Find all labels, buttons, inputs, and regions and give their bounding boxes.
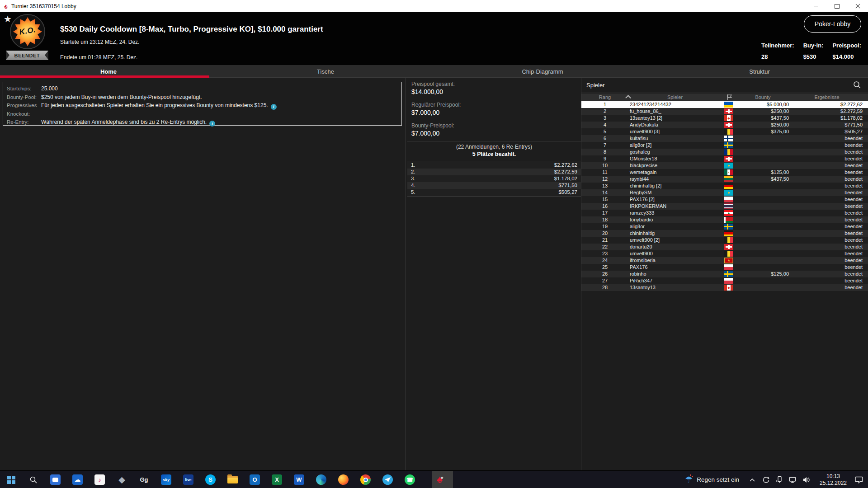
cell-result: beendet [791,264,863,271]
country-flag-sweden [724,224,733,230]
taskbar-button-sky-live[interactable]: live [177,471,199,488]
taskbar-button-word[interactable]: W [288,471,310,488]
table-row[interactable]: 27PiRich347beendet [581,277,868,284]
tab-tische[interactable]: Tische [217,65,434,78]
payout-place: 1. [411,162,415,169]
table-row[interactable]: 10blackprecise●beendet [581,162,868,169]
taskbar-button-chat-teams[interactable] [44,471,66,488]
table-row[interactable]: 1234241234214432$5.000,00$2.272,62 [581,101,868,108]
country-flag-belgium [724,129,733,135]
table-row[interactable]: 24ifromsiberia★beendet [581,257,868,264]
table-row[interactable]: 22donartu20beendet [581,244,868,250]
pokerstars-icon: ♠★ [437,474,448,486]
info-icon[interactable]: i [209,121,215,127]
taskbar-button-diamond-app[interactable]: ◆ [111,471,133,488]
search-icon[interactable] [853,80,862,89]
tab-struktur[interactable]: Struktur [651,65,868,78]
poker-lobby-button[interactable]: Poker-Lobby [804,15,861,33]
info-icon[interactable]: i [271,104,277,110]
table-row[interactable]: 20chininhaltigbeendet [581,230,868,237]
taskbar-pokerstars-active-app[interactable]: ♠★ [432,471,453,488]
taskbar-button-whatsapp[interactable]: ☎ [399,471,421,488]
cell-rank: 13 [581,183,628,189]
usb-device-icon[interactable] [774,471,785,488]
detail-text: $250 von jedem Buy-in werden dem Bounty-… [41,93,202,102]
cell-rank: 28 [581,284,628,291]
taskbar-button-file-explorer[interactable] [222,471,244,488]
table-row[interactable]: 13chininhaltig [2]beendet [581,183,868,189]
taskbar-button-onedrive[interactable]: ☁ [66,471,89,488]
cell-result: beendet [791,189,863,196]
table-row[interactable]: 25PAX176beendet [581,264,868,271]
column-header-rank[interactable]: Rang [581,94,628,101]
table-row[interactable]: 21umvelt900 [2]beendet [581,237,868,244]
minimize-button[interactable] [806,0,826,12]
table-row[interactable]: 4AndyDrakula$250,00$771,50 [581,122,868,128]
table-row[interactable]: 18tonybardiobeendet [581,216,868,223]
table-row[interactable]: 313santoy13 [2]◆$437,50$1.178,02 [581,115,868,122]
taskbar-button-outlook[interactable]: O [244,471,266,488]
action-center-icon[interactable] [854,471,864,488]
table-row[interactable]: 2fu_house_86_$250,00$2.272,59 [581,108,868,115]
tab-chip-diagramm[interactable]: Chip-Diagramm [434,65,651,78]
volume-icon[interactable] [801,471,812,488]
maximize-button[interactable] [826,0,847,12]
skype-icon: S [205,474,216,485]
table-row[interactable]: 9GMonster18beendet [581,155,868,162]
sync-icon[interactable] [760,471,771,488]
taskbar-button-search[interactable] [22,471,44,488]
table-row[interactable]: 17ramzey333▲beendet [581,210,868,216]
payout-amount: $1.178,02 [554,175,577,182]
favorite-star-icon[interactable]: ★ [4,14,12,24]
column-header-flag-icon[interactable] [724,94,734,100]
table-row[interactable]: 2813santoy13◆beendet [581,284,868,291]
edge-icon [316,474,326,485]
table-row[interactable]: 15PAX176 [2]beendet [581,196,868,203]
clock-time: 10:13 [817,473,849,480]
table-row[interactable]: 11wemetagain●$125,00beendet [581,169,868,176]
taskbar-button-skype[interactable]: S [199,471,222,488]
table-row[interactable]: 16IRKPOKERMANbeendet [581,203,868,210]
country-flag-canada: ◆ [724,115,733,121]
taskbar-app-icons: ☁♪◆GgskyliveSOXW☎ [0,471,421,488]
knockout-logo: K.O. [10,14,45,49]
hidden-icons-chevron[interactable] [747,471,758,488]
taskbar-button-chrome[interactable] [354,471,377,488]
cell-bounty: $5.000,00 [737,101,789,108]
table-row[interactable]: 26robinho$125,00beendet [581,271,868,277]
cell-player-name: ramzey333 [630,210,720,216]
table-row[interactable]: 14RegbySM●beendet [581,189,868,196]
taskbar-button-edge[interactable] [310,471,332,488]
close-button[interactable] [847,0,868,12]
payout-row: 4.$771,50 [407,182,581,189]
taskbar-button-sky[interactable]: sky [155,471,177,488]
taskbar-button-telegram[interactable] [377,471,399,488]
players-table-body: 1234241234214432$5.000,00$2.272,622fu_ho… [581,101,868,291]
taskbar-button-excel[interactable]: X [266,471,288,488]
table-row[interactable]: 23umvelt900beendet [581,250,868,257]
taskbar-button-itunes[interactable]: ♪ [89,471,111,488]
weather-widget[interactable]: ☂ Regen setzt ein [685,475,739,484]
column-header-player[interactable]: Spieler [630,94,720,101]
table-row[interactable]: 6kultafisubeendet [581,135,868,142]
cell-result: beendet [791,237,863,244]
table-row[interactable]: 12raynbi44$437,50beendet [581,176,868,183]
taskbar-clock[interactable]: 10:13 25.12.2022 [817,473,849,487]
network-icon[interactable] [788,471,798,488]
table-row[interactable]: 8goshalegbeendet [581,149,868,155]
cell-result: $2.272,59 [791,108,863,115]
cell-rank: 16 [581,203,628,210]
table-row[interactable]: 7alig8or [2]beendet [581,142,868,149]
table-row[interactable]: 19alig8orbeendet [581,223,868,230]
taskbar-button-firefox[interactable] [332,471,354,488]
taskbar-button-gog-galaxy[interactable]: Gg [133,471,155,488]
cell-result: beendet [791,271,863,277]
table-row[interactable]: 5umvelt900 [3]$375,00$505,27 [581,128,868,135]
column-header-results[interactable]: Ergebnisse [791,94,863,101]
cell-rank: 4 [581,122,628,128]
total-prizepool-label: Preispool gesamt: [411,81,455,87]
player-search-bar[interactable]: Spieler [581,78,868,93]
column-header-bounty[interactable]: Bounty [737,94,789,101]
cell-result: beendet [791,203,863,210]
taskbar-button-windows-start[interactable] [0,471,22,488]
